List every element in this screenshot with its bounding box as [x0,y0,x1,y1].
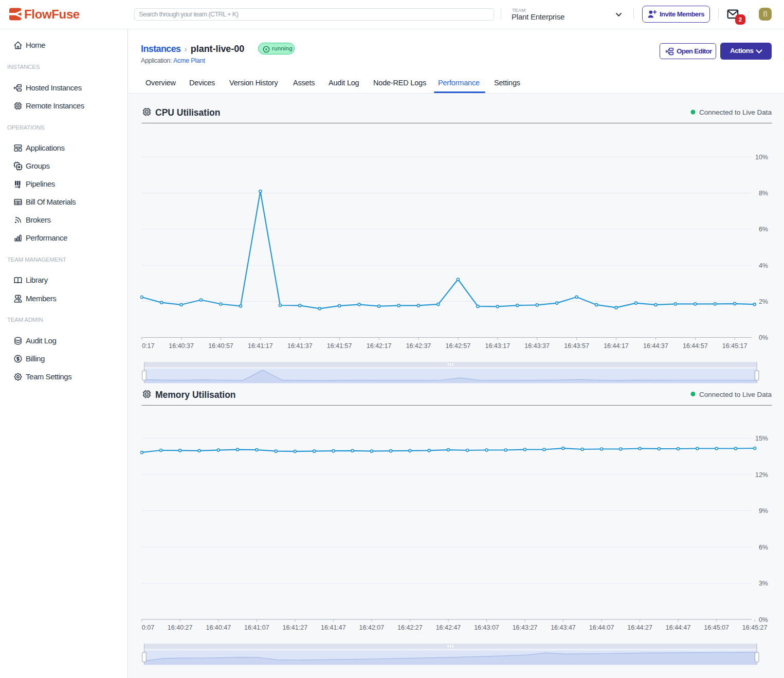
svg-text:Connected to Live Data: Connected to Live Data [699,391,772,398]
svg-text:15%: 15% [755,435,768,442]
svg-text:9%: 9% [759,507,768,515]
svg-text:10%: 10% [755,154,768,161]
svg-text:6%: 6% [759,544,768,551]
svg-text:16:43:17: 16:43:17 [485,342,510,350]
svg-text:Memory Utilisation: Memory Utilisation [155,390,236,400]
svg-text:16:41:57: 16:41:57 [327,342,352,350]
svg-text:16:43:07: 16:43:07 [474,624,499,631]
svg-text:16:42:27: 16:42:27 [397,624,423,631]
svg-text:16:44:07: 16:44:07 [589,624,614,631]
svg-text:16:42:37: 16:42:37 [406,342,431,350]
svg-text:16:40:47: 16:40:47 [206,624,231,631]
svg-text:16:45:07: 16:45:07 [704,624,729,631]
svg-text:16:43:27: 16:43:27 [513,624,538,631]
svg-text:16:44:17: 16:44:17 [604,342,629,350]
svg-text:12%: 12% [755,471,768,479]
svg-text:0:07: 0:07 [142,624,154,631]
svg-text:16:40:27: 16:40:27 [168,624,193,631]
svg-text:16:41:27: 16:41:27 [282,624,307,631]
svg-text:0%: 0% [759,616,768,624]
svg-text:16:41:47: 16:41:47 [321,624,346,631]
svg-text:3%: 3% [759,580,768,587]
svg-text:16:42:47: 16:42:47 [436,624,461,631]
svg-text:16:42:57: 16:42:57 [446,342,471,350]
svg-text:16:44:57: 16:44:57 [683,342,708,350]
svg-text:16:42:17: 16:42:17 [367,342,392,350]
svg-text:0:17: 0:17 [142,342,154,350]
svg-text:16:41:07: 16:41:07 [244,624,269,631]
svg-text:16:44:37: 16:44:37 [643,342,668,350]
svg-text:16:43:47: 16:43:47 [551,624,576,631]
svg-text:16:44:47: 16:44:47 [666,624,691,631]
svg-text:4%: 4% [759,262,768,269]
svg-text:CPU Utilisation: CPU Utilisation [155,107,220,118]
svg-text:16:45:17: 16:45:17 [722,342,747,350]
svg-text:16:43:37: 16:43:37 [524,342,550,350]
svg-text:16:41:17: 16:41:17 [248,342,273,350]
svg-text:16:44:27: 16:44:27 [627,624,652,631]
svg-text:16:42:07: 16:42:07 [359,624,385,631]
svg-text:16:43:57: 16:43:57 [564,342,589,350]
svg-text:16:40:37: 16:40:37 [169,342,194,350]
svg-text:0%: 0% [759,334,768,341]
svg-text:16:41:37: 16:41:37 [287,342,313,350]
svg-text:Connected to Live Data: Connected to Live Data [699,108,772,116]
svg-text:8%: 8% [759,190,768,197]
svg-text:16:40:57: 16:40:57 [208,342,233,350]
svg-text:6%: 6% [759,226,768,233]
svg-text:2%: 2% [759,298,768,305]
svg-text:16:45:27: 16:45:27 [742,624,768,631]
